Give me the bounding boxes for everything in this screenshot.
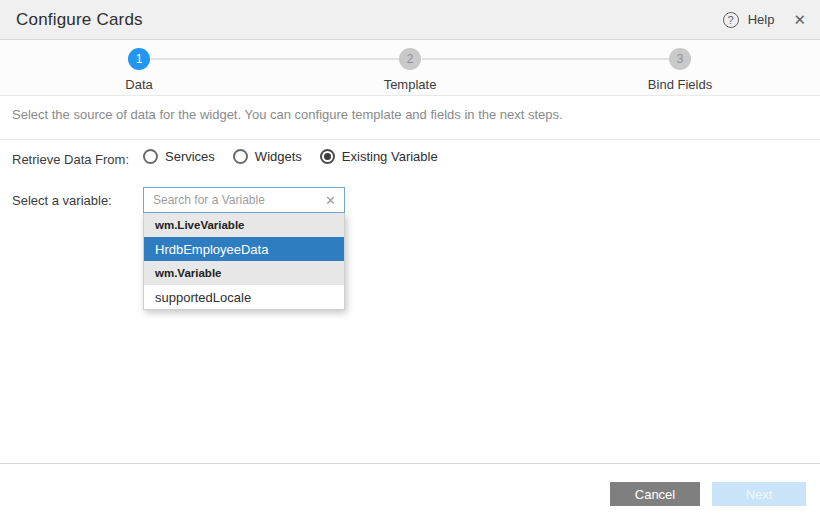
cancel-button[interactable]: Cancel	[610, 482, 700, 506]
dropdown-item-supportedlocale[interactable]: supportedLocale	[144, 285, 344, 309]
next-button[interactable]: Next	[712, 482, 806, 506]
radio-services[interactable]: Services	[143, 149, 215, 164]
dropdown-group-wm-variable[interactable]: wm.Variable	[144, 261, 344, 285]
titlebar-actions: ? Help ✕	[723, 12, 806, 28]
clear-search-icon[interactable]: ✕	[321, 194, 344, 207]
data-source-radio-group: Services Widgets Existing Variable	[143, 149, 438, 164]
configure-cards-dialog: Configure Cards ? Help ✕ 1 2 3 Data Temp…	[0, 0, 820, 519]
step-circle-template[interactable]: 2	[399, 48, 421, 70]
section-divider	[0, 139, 820, 140]
step-label-data: Data	[125, 77, 152, 92]
step-circle-data[interactable]: 1	[128, 48, 150, 70]
variable-search-box: ✕	[143, 187, 345, 213]
step-label-template: Template	[384, 77, 437, 92]
radio-circle-icon	[320, 149, 335, 164]
help-icon[interactable]: ?	[723, 12, 739, 28]
dropdown-item-hrdbemployeedata[interactable]: HrdbEmployeeData	[144, 237, 344, 261]
instruction-text: Select the source of data for the widget…	[12, 107, 808, 122]
stepper-connector	[422, 58, 669, 60]
help-link[interactable]: Help	[748, 12, 775, 27]
radio-label: Existing Variable	[342, 149, 438, 164]
step-label-bind-fields: Bind Fields	[648, 77, 712, 92]
retrieve-data-from-label: Retrieve Data From:	[12, 152, 129, 167]
radio-widgets[interactable]: Widgets	[233, 149, 302, 164]
close-icon[interactable]: ✕	[793, 12, 806, 27]
radio-circle-icon	[233, 149, 248, 164]
stepper-connector	[151, 58, 399, 60]
radio-existing-variable[interactable]: Existing Variable	[320, 149, 438, 164]
dropdown-group-wm-livevariable[interactable]: wm.LiveVariable	[144, 213, 344, 237]
step-circle-bind-fields[interactable]: 3	[669, 48, 691, 70]
select-variable-label: Select a variable:	[12, 193, 112, 208]
radio-circle-icon	[143, 149, 158, 164]
variable-search-input[interactable]	[144, 188, 321, 212]
wizard-stepper: 1 2 3 Data Template Bind Fields	[0, 40, 820, 96]
variable-dropdown-list: wm.LiveVariable HrdbEmployeeData wm.Vari…	[143, 213, 345, 310]
page-title: Configure Cards	[16, 10, 143, 30]
footer-divider	[0, 463, 820, 464]
radio-label: Widgets	[255, 149, 302, 164]
radio-label: Services	[165, 149, 215, 164]
dialog-titlebar: Configure Cards ? Help ✕	[0, 0, 820, 40]
